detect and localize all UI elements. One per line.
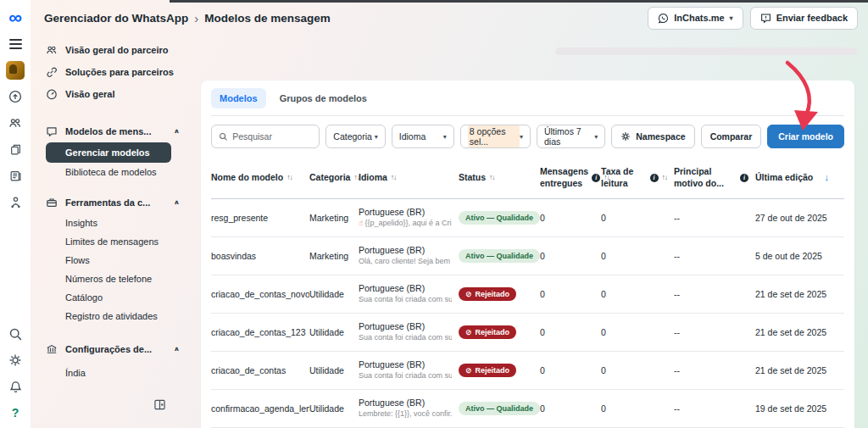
delivered-count: 0 — [540, 251, 601, 261]
status-options-dropdown[interactable]: 8 opções sel...▾ — [460, 125, 531, 148]
sidebar-item-ferramentas-da-c-[interactable]: Ferramentas da c...∧ — [31, 192, 193, 214]
collapse-sidebar-icon[interactable] — [153, 398, 166, 414]
tab-grupos-de-modelos[interactable]: Grupos de modelos — [271, 88, 376, 108]
pages-icon[interactable] — [4, 138, 26, 160]
org-icon[interactable] — [4, 191, 26, 213]
sorted-desc-icon[interactable]: ↓ — [825, 172, 830, 184]
sidebar-item-solu-es-para-parceiros[interactable]: Soluções para parceiros — [31, 61, 193, 83]
tab-modelos[interactable]: Modelos — [211, 88, 266, 108]
loading-skeleton-bar — [555, 47, 857, 55]
sidebar-item-vis-o-geral[interactable]: Visão geral — [31, 83, 193, 105]
delivered-count: 0 — [540, 365, 601, 375]
sidebar-item-configura-es-de-[interactable]: Configurações de...∧ — [31, 338, 193, 360]
column-header-4[interactable]: Mensagens entreguesi↑↓ — [540, 166, 601, 188]
table-row[interactable]: boasvindasMarketingPortuguese (BR)Olá, c… — [211, 237, 844, 275]
templates-panel: ModelosGrupos de modelos Categoria▾ Idio… — [201, 81, 854, 428]
template-category: Utilidade — [309, 289, 359, 299]
sidebar-subitem-n-meros-de-telefone[interactable]: Números de telefone — [31, 270, 193, 288]
news-feed-icon[interactable] — [4, 164, 26, 186]
template-status: Ativo — Qualidade — [459, 211, 540, 225]
column-header-7[interactable]: Última edição↓ — [755, 172, 844, 184]
sidebar-subitem-flows[interactable]: Flows — [31, 251, 193, 270]
table-row[interactable]: criacao_de_contasUtilidadePortuguese (BR… — [211, 352, 844, 390]
column-header-5[interactable]: Taxa de leiturai↑↓ — [601, 166, 674, 188]
table-row[interactable]: confirmacao_agenda_lembreUtilidadePortug… — [211, 390, 844, 428]
column-header-1[interactable]: Categoria↑↓ — [309, 172, 359, 183]
template-status: Ativo — Qualidade — [459, 402, 540, 415]
search-input[interactable] — [232, 131, 312, 142]
namespace-button[interactable]: Namespace — [611, 125, 694, 148]
settings-gear-icon[interactable] — [4, 349, 26, 371]
read-rate: 0 — [601, 365, 674, 375]
column-header-3[interactable]: Status↑↓ — [459, 172, 540, 183]
sort-icon[interactable]: ↑↓ — [662, 173, 668, 182]
delivered-count: 0 — [540, 403, 601, 414]
account-selector-button[interactable]: InChats.me ▾ — [648, 7, 743, 30]
template-name[interactable]: criacao_de_contas_novos_cl — [211, 289, 309, 299]
template-language: Portuguese (BR)Sua conta foi criada com … — [359, 283, 459, 304]
search-icon[interactable] — [4, 323, 26, 345]
sidebar-subitem-biblioteca-de-modelos[interactable]: Biblioteca de modelos — [31, 163, 193, 181]
menu-icon[interactable] — [4, 33, 26, 55]
feedback-icon — [760, 13, 771, 24]
sidebar-item-vis-o-geral-do-parceiro[interactable]: Visão geral do parceiro — [31, 39, 193, 61]
send-feedback-button[interactable]: Enviar feedback — [750, 7, 858, 30]
sort-icon[interactable]: ↑↓ — [489, 173, 495, 182]
column-header-0[interactable]: Nome do modelo↑↓ — [211, 172, 309, 183]
top-block-reason: -- — [674, 251, 755, 261]
info-icon[interactable]: i — [592, 174, 600, 182]
breadcrumb-separator-icon: › — [194, 11, 198, 25]
idioma-dropdown[interactable]: Idioma▾ — [392, 125, 454, 148]
template-status: ⊘Rejeitado — [459, 364, 540, 377]
sidebar-subitem-cat-logo[interactable]: Catálogo — [31, 288, 193, 307]
whatsapp-icon — [658, 13, 669, 24]
template-name[interactable]: boasvindas — [211, 251, 309, 261]
sidebar-subitem-limites-de-mensagens[interactable]: Limites de mensagens — [31, 232, 193, 251]
template-name[interactable]: resg_presente — [211, 213, 309, 223]
breadcrumb: Gerenciador do WhatsApp › Modelos de men… — [44, 11, 331, 25]
delivered-count: 0 — [540, 327, 601, 337]
table-row[interactable]: criacao_de_contas_123UtilidadePortuguese… — [211, 314, 844, 352]
info-icon[interactable]: i — [740, 174, 748, 182]
template-language: Portuguese (BR)Olá, caro cliente! Seja b… — [359, 245, 459, 266]
sidebar-subitem-insights[interactable]: Insights — [31, 214, 193, 232]
audiences-icon[interactable] — [4, 112, 26, 134]
table-row[interactable]: criacao_de_contas_novos_clUtilidadePortu… — [211, 275, 844, 314]
sidebar-subitem-registro-de-atividades[interactable]: Registro de atividades — [31, 307, 193, 325]
template-category: Marketing — [309, 213, 359, 223]
delivered-count: 0 — [540, 289, 601, 299]
periodo-dropdown[interactable]: Últimos 7 dias▾ — [537, 125, 605, 148]
boost-icon[interactable] — [4, 86, 26, 108]
business-avatar[interactable] — [4, 59, 26, 81]
comparar-button[interactable]: Comparar — [701, 125, 762, 148]
meta-logo-icon[interactable]: ∞ — [4, 7, 26, 29]
template-category: Utilidade — [309, 327, 359, 337]
notifications-bell-icon[interactable] — [4, 375, 26, 397]
template-name[interactable]: criacao_de_contas — [211, 365, 309, 375]
help-icon[interactable]: ? — [4, 402, 26, 424]
read-rate: 0 — [601, 403, 674, 414]
breadcrumb-app[interactable]: Gerenciador do WhatsApp — [44, 12, 188, 25]
sort-icon[interactable]: ↑↓ — [391, 173, 397, 182]
column-header-6[interactable]: Principal motivo do...i — [674, 166, 755, 188]
template-name[interactable]: criacao_de_contas_123 — [211, 327, 309, 337]
sidebar-item-modelos-de-mens-[interactable]: Modelos de mens...∧ — [31, 120, 193, 142]
sidebar-subitem-gerenciar-modelos[interactable]: Gerenciar modelos — [46, 142, 171, 163]
gear-icon — [620, 131, 631, 142]
table-row[interactable]: resg_presenteMarketingPortuguese (BR)☝{{… — [211, 199, 844, 237]
categoria-dropdown[interactable]: Categoria▾ — [326, 125, 385, 148]
info-icon[interactable]: i — [650, 174, 659, 182]
status-badge: Ativo — Qualidade — [459, 211, 540, 225]
last-edited-date: 21 de set de 2025 — [755, 364, 844, 376]
chevron-down-icon: ▾ — [594, 133, 598, 141]
tab-bar: ModelosGrupos de modelos — [211, 81, 844, 116]
template-language: Portuguese (BR)Sua conta foi criada com … — [359, 321, 459, 342]
column-header-2[interactable]: Idioma↑↓ — [359, 172, 459, 183]
sort-icon[interactable]: ↑↓ — [287, 173, 292, 182]
template-name[interactable]: confirmacao_agenda_lembre — [211, 403, 309, 414]
sidebar-subitem--ndia[interactable]: Índia — [31, 364, 193, 382]
criar-modelo-button[interactable]: Criar modelo — [767, 125, 844, 148]
chevron-up-icon: ∧ — [174, 199, 180, 206]
chevron-up-icon: ∧ — [174, 346, 180, 353]
last-edited-date: 27 de out de 2025 — [755, 212, 844, 224]
